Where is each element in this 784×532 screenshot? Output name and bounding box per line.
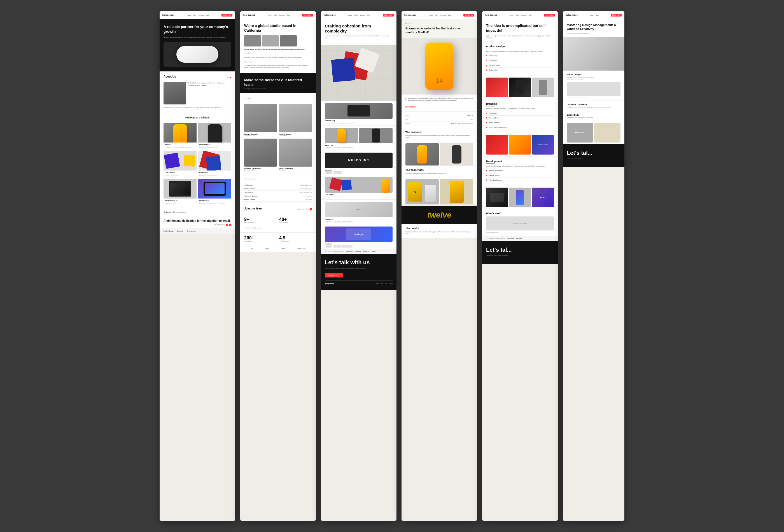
featured-bar-5: Our work has been featured in LandBook B… (482, 236, 558, 241)
nav-links-4[interactable]: About Work Services Blog (429, 14, 451, 16)
card-4: helogensee About Work Services Blog LET'… (401, 11, 477, 521)
card-1: helogensee About Work Services Blog LET'… (160, 11, 235, 521)
article-section-3: Getting Red... Lorem ipsum dolor sit ame… (563, 111, 624, 121)
tag-image-grid: 14 (401, 177, 477, 204)
projects-header: Projects at a Glance (160, 114, 235, 120)
development-images: MUSCO (482, 186, 558, 209)
about-section: About Us At HeloGensee, our story is one… (160, 72, 235, 114)
featured-bar: Our work has been featured in LandBook B… (321, 249, 396, 254)
about-body: Founded in 2015, we started as a small t… (164, 107, 231, 109)
team-member: Ivanka Markovick Developer (279, 139, 312, 171)
whats-next-section: What's next? Related project preview Exp… (482, 209, 558, 236)
portfolio-entry[interactable]: LuxKo App — BRANDING DEVELOPMENT (321, 175, 396, 199)
gallery: helogensee About Work Services Blog LET'… (160, 11, 624, 521)
results-section: The results Lorem ipsum dolor sit amet, … (401, 224, 477, 238)
logo-5: helogensee (485, 14, 497, 16)
nav-links-6[interactable]: About Work (590, 14, 599, 16)
nav-links-3[interactable]: About Work Services Blog (348, 14, 370, 16)
portfolio-section: Robboto Corp. — BRANDING WEB DESIGN DEVE… (321, 101, 396, 249)
logo-6: helogensee (566, 14, 578, 16)
stats-section-2: 200+ Projects done 4.9 ⭐ Average rating (240, 232, 316, 245)
card6-images: Behance (563, 121, 624, 144)
development-section: Development Unleash the full potential o… (482, 156, 558, 186)
nav-links-1[interactable]: About Work Services Blog (187, 14, 209, 16)
team-member: Palmério Davidovich Co-founder & CTO (244, 139, 277, 171)
freelance-label: / Freelance Talents (240, 174, 316, 181)
nav-links-5[interactable]: About Work Services Blog (510, 14, 531, 16)
card-3: helogensee About Work Services Blog LET'… (321, 11, 396, 521)
hero-image-6 (563, 37, 624, 71)
nav-cta-2[interactable]: LET'S TALK (302, 14, 313, 17)
phone-hero-container (401, 38, 477, 94)
missions-section: The missions Lorem ipsum dolor sit amet,… (401, 128, 477, 142)
hero-3: Crafting cohesion from complexity Lorem … (321, 19, 396, 45)
project-item[interactable]: CardyInc — BRANDING WEB DESIGN (198, 151, 231, 177)
get-ready-section: Get ready to see more... (160, 208, 235, 216)
project-item[interactable]: Robboto Corp. — DEVELOPMENT (164, 179, 197, 205)
cta-button[interactable]: GET IN TOUCH ● (325, 273, 343, 278)
team-member: Samuel Kovalski Co-founder & CEO (244, 104, 277, 136)
lets-talk-6: Let's tal... Lorem ipsum dolor sit amet. (563, 144, 624, 167)
article-section-2: Collabora... Conversa... Lorem ipsum dol… (563, 101, 624, 111)
portfolio-entry[interactable]: Robboto Corp. — BRANDING WEB DESIGN DEVE… (321, 101, 396, 125)
lets-talk-section: Let's talk with us Lorem ipsum dolor sit… (321, 254, 396, 290)
project-item[interactable]: Maillo — BRANDING WEB DESIGN DEVELOPMENT (164, 123, 197, 149)
project-item[interactable]: HostingJo — BRANDING WEB DESIGN DEVELOPM… (198, 179, 231, 205)
mission-text: We pursue meaning through cutting-edge d… (244, 57, 312, 59)
card-5: helogensee About Work Services Blog LET'… (482, 11, 558, 521)
hero-product-img (164, 42, 231, 67)
challenges-section: The challenges Lorem enim ipsum lolit vu… (401, 166, 477, 177)
hero-image-3 (321, 45, 396, 101)
footer-services: Product Design Branding Development (160, 228, 235, 234)
nav-links-2[interactable]: About Work Services Blog (268, 14, 289, 16)
portfolio-entry[interactable]: HostingJo HostingJo — BRANDING WEB DESIG… (321, 224, 396, 249)
branding-images: Simple Jeans (482, 133, 558, 156)
hero-2: We're a global studio based in Californi… (240, 19, 316, 73)
hero-5: The idea is uncomplicated but still impa… (482, 19, 558, 42)
freelance-list: Ivan SimanovFrontend Designer Androse Ko… (240, 181, 316, 204)
ambition-section: Ambition and dedication for the attentio… (160, 216, 235, 228)
nav-cta-4[interactable]: LET'S TALK (464, 14, 474, 17)
hero-subtitle-1: We are a heloGensee, a design agency tha… (164, 36, 231, 39)
projects-grid: Maillo — BRANDING WEB DESIGN DEVELOPMENT… (160, 120, 235, 208)
meta-info: ClientMAILLO™ Year2023 ServicesArt direc… (401, 111, 477, 128)
nav-2: helogensee About Work Services Blog LET'… (240, 11, 316, 19)
nav-1: helogensee About Work Services Blog LET'… (160, 11, 235, 19)
nav-cta-5[interactable]: LET'S TALK (544, 14, 555, 17)
branding-section: Branding Your brand is more than just a … (482, 99, 558, 133)
logo-2: helogensee (243, 14, 255, 16)
nav-4: helogensee About Work Services Blog LET'… (401, 11, 477, 19)
nav-cta-3[interactable]: LET'S TALK (383, 14, 394, 17)
join-section: Join our team. SEE ALL OFFERS (240, 204, 316, 214)
nav-5: helogensee About Work Services Blog LET'… (482, 11, 558, 19)
card-6: helogensee About Work LET'S TALK Masteri… (563, 11, 624, 521)
project-item[interactable]: LuxKo App — UI/UX DEVELOPMENT (164, 151, 197, 177)
nav-cta-6[interactable]: LET'S TALK (611, 14, 622, 17)
about-text: At HeloGensee, our story is one of passi… (188, 82, 231, 86)
about-title: About Us (164, 75, 176, 78)
product-design-images (482, 76, 558, 99)
nav-6: helogensee About Work LET'S TALK (563, 11, 624, 19)
nav-cta-1[interactable]: LET'S TALK (222, 14, 232, 17)
twelve-section: twelve (401, 206, 477, 224)
team-label: / Our Team (240, 93, 316, 101)
product-design-section: Product Design Elevate your digital prod… (482, 42, 558, 76)
live-project-link[interactable]: LIVE PROJECT → (405, 106, 418, 108)
portfolio-entry[interactable]: MUSCO.INC Musco.Inc — BRANDING WEB DESIG… (321, 150, 396, 175)
hero-1: A reliable partner for your company's gr… (160, 19, 235, 72)
ecom-hero: MAILLO Ecommerce website for the first s… (401, 19, 477, 38)
team-grid: Samuel Kovalski Co-founder & CEO Andrioi… (240, 101, 316, 174)
phone-image-grid (401, 141, 477, 166)
card-2: helogensee About Work Services Blog LET'… (240, 11, 316, 521)
project-item[interactable]: Brando App — BRANDING DEVELOPMENT (198, 123, 231, 149)
logos-section: IBM NIKE AWS SAMSUNG (240, 245, 316, 252)
portfolio-entry[interactable]: CARDY CardyInc — BRANDING WEB DESIGN DEV… (321, 199, 396, 224)
team-member: Andrioi Ivanov Lead Designer (279, 104, 312, 136)
portfolio-entry[interactable]: Maillo™ — BRANDING WEB DESIGN DEVELOPMEN… (321, 125, 396, 150)
logo-4: helogensee (404, 14, 417, 16)
stats-section: 9+ Years in business 40+ Team members / … (240, 214, 316, 232)
logo-1: helogensee (162, 14, 175, 16)
phone-hero-large (425, 43, 453, 90)
maillo-description: Maillo is building the first ever smart … (401, 94, 477, 111)
hero-title-1: A reliable partner for your company's gr… (164, 25, 231, 34)
